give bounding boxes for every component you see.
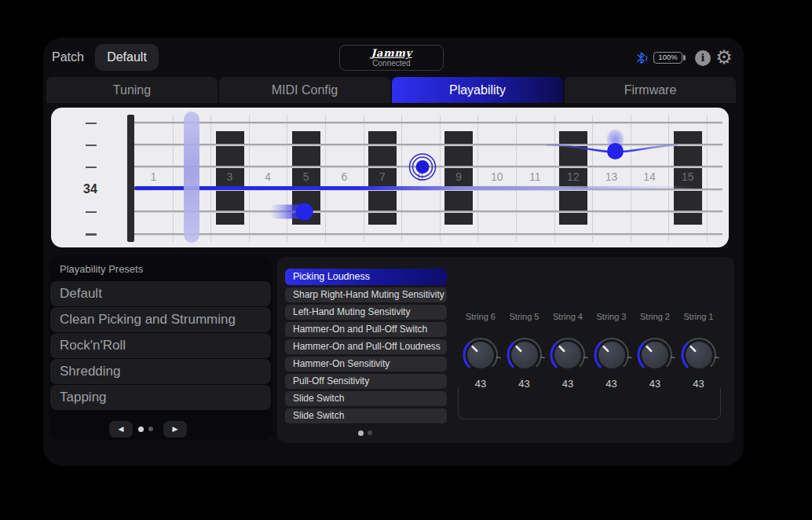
- fret-line: [554, 115, 555, 242]
- bend-ghost-dot: [606, 129, 625, 151]
- gear-icon[interactable]: ⚙: [715, 48, 733, 67]
- preset-item-shredding[interactable]: Shredding: [50, 359, 271, 384]
- fret-line: [477, 115, 478, 242]
- info-icon[interactable]: i: [695, 50, 711, 66]
- setting-item-slide-switch[interactable]: Slide Switch: [285, 391, 447, 406]
- fret-line: [440, 115, 441, 242]
- string-label-dash: [86, 211, 97, 214]
- guitar-string: [134, 122, 722, 124]
- presets-page-dot[interactable]: [148, 427, 153, 431]
- knob-dial[interactable]: [633, 333, 677, 377]
- string-note-label: 34: [75, 182, 106, 196]
- setting-item-left-hand-muting-sensitivity[interactable]: Left-Hand Muting Sensitivity: [285, 305, 447, 320]
- battery-nub: [683, 55, 686, 60]
- capo-indicator: [184, 112, 199, 243]
- knob-dial[interactable]: [677, 333, 721, 377]
- tab-tuning[interactable]: Tuning: [46, 77, 218, 103]
- playability-presets-panel: Playability Presets ◀▶ DefaultClean Pick…: [49, 257, 272, 440]
- knob-string-5: String 543: [503, 312, 547, 390]
- fret-number: 13: [600, 170, 624, 183]
- fret-number: 10: [485, 170, 509, 183]
- device-connection-badge[interactable]: Jammy Connected: [339, 45, 444, 71]
- guitar-string: [134, 211, 722, 213]
- setting-item-slide-switch[interactable]: Slide Switch: [285, 408, 447, 423]
- fret-line: [364, 115, 364, 242]
- preset-item-rock-n-roll[interactable]: Rock'n'Roll: [50, 333, 271, 358]
- knob-label: String 3: [590, 312, 634, 323]
- fret-line: [631, 115, 631, 242]
- preset-item-clean-picking-and-strumming[interactable]: Clean Picking and Strumming: [50, 307, 271, 332]
- fret-number: 11: [523, 170, 547, 183]
- presets-next-button[interactable]: ▶: [163, 421, 187, 438]
- knob-label: String 1: [677, 312, 721, 323]
- fret-line: [668, 115, 669, 242]
- knob-string-3: String 343: [590, 312, 634, 390]
- active-string-highlight: [134, 186, 693, 190]
- playability-settings-panel: Picking LoudnessSharp Right-Hand Muting …: [277, 257, 734, 443]
- battery-indicator: 100%: [653, 52, 682, 64]
- fret-line: [173, 115, 174, 242]
- fretboard-nut: [127, 115, 134, 242]
- setting-item-hammer-on-sensitivity[interactable]: Hammer-On Sensitivity: [285, 357, 447, 372]
- bluetooth-icon: [635, 51, 650, 65]
- setting-item-hammer-on-and-pull-off-loudness[interactable]: Hammer-On and Pull-Off Loudness: [285, 339, 447, 354]
- patch-select-button[interactable]: Default: [95, 44, 159, 71]
- fret-line: [325, 115, 326, 242]
- screen-background: Patch Default Jammy Connected 100% i ⚙ T…: [0, 0, 812, 520]
- fret-number: 14: [638, 170, 661, 183]
- settings-page-dot[interactable]: [368, 430, 372, 435]
- app-window: Patch Default Jammy Connected 100% i ⚙ T…: [43, 38, 744, 466]
- knob-string-1: String 143: [677, 312, 721, 390]
- patch-label: Patch: [52, 50, 84, 64]
- tab-playability[interactable]: Playability: [392, 77, 563, 103]
- knob-value: 43: [546, 378, 590, 390]
- title-bar: Patch Default Jammy Connected 100% i ⚙: [43, 38, 744, 77]
- setting-item-hammer-on-and-pull-off-switch[interactable]: Hammer-On and Pull-Off Switch: [285, 322, 447, 337]
- fret-number: 1: [141, 170, 165, 183]
- fretboard-visualization: 12345678910111213141534: [51, 108, 729, 247]
- tab-firmware[interactable]: Firmware: [565, 77, 736, 103]
- fret-number: 8: [409, 170, 433, 183]
- string-label-dash: [86, 233, 97, 236]
- fret-line: [210, 115, 211, 242]
- knob-dial[interactable]: [546, 333, 590, 377]
- connection-status: Connected: [340, 59, 443, 68]
- setting-item-picking-loudness[interactable]: Picking Loudness: [285, 269, 447, 285]
- setting-item-sharp-right-hand-muting-sensitivity[interactable]: Sharp Right-Hand Muting Sensitivity: [285, 287, 447, 302]
- fret-line: [249, 115, 250, 242]
- fret-number: 6: [332, 170, 356, 183]
- guitar-string: [134, 233, 722, 236]
- fret-line: [592, 115, 593, 242]
- preset-item-tapping[interactable]: Tapping: [50, 385, 271, 410]
- string-label-dash: [86, 145, 97, 147]
- knob-value: 43: [633, 378, 677, 390]
- knob-label: String 5: [503, 312, 547, 323]
- fret-number: 12: [561, 170, 585, 183]
- fret-number: 7: [371, 170, 394, 183]
- presets-prev-button[interactable]: ◀: [109, 421, 133, 438]
- knob-label: String 4: [546, 312, 590, 323]
- guitar-string: [134, 144, 722, 146]
- knob-label: String 6: [459, 312, 503, 323]
- fret-line: [401, 115, 402, 242]
- setting-item-pull-off-sensitivity[interactable]: Pull-Off Sensitivity: [285, 374, 447, 389]
- knob-string-2: String 243: [633, 312, 677, 390]
- knob-dial[interactable]: [503, 333, 547, 377]
- fret-number: 15: [676, 170, 700, 183]
- fret-line: [287, 115, 287, 242]
- jammy-logo: Jammy: [340, 47, 443, 59]
- fret-line: [516, 115, 517, 242]
- knob-dial[interactable]: [459, 333, 503, 377]
- knob-value: 43: [590, 378, 634, 390]
- knob-value: 43: [503, 378, 547, 390]
- fret-number: 3: [218, 170, 242, 183]
- knob-label: String 2: [633, 312, 677, 323]
- knob-dial[interactable]: [590, 333, 634, 377]
- guitar-string: [134, 166, 722, 168]
- settings-page-dot[interactable]: [358, 430, 364, 436]
- tab-midi-config[interactable]: MIDI Config: [219, 77, 390, 103]
- preset-item-default[interactable]: Default: [50, 281, 271, 306]
- presets-page-dot[interactable]: [138, 427, 144, 432]
- fret-number: 9: [447, 170, 470, 183]
- knob-group-outline: [458, 387, 721, 419]
